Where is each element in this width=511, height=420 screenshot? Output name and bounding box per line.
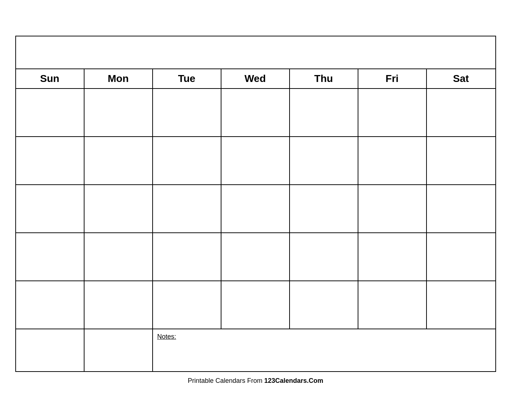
cell-r2-sat xyxy=(427,137,495,184)
cell-r4-thu xyxy=(290,233,358,280)
cell-r2-sun xyxy=(16,137,84,184)
cell-r5-wed xyxy=(221,281,290,329)
calendar-wrapper: Sun Mon Tue Wed Thu Fri Sat xyxy=(15,36,496,385)
cell-r3-mon xyxy=(84,185,153,232)
cell-notes-mon xyxy=(84,329,153,371)
cell-r1-mon xyxy=(84,89,153,136)
cell-r1-fri xyxy=(358,89,427,136)
calendar-row-4 xyxy=(16,233,495,281)
cell-r3-thu xyxy=(290,185,358,232)
calendar-row-2 xyxy=(16,137,495,185)
cell-r3-fri xyxy=(358,185,427,232)
calendar-header: Sun Mon Tue Wed Thu Fri Sat xyxy=(16,69,495,89)
calendar-row-1 xyxy=(16,89,495,137)
cell-r1-wed xyxy=(221,89,290,136)
cell-r5-sun xyxy=(16,281,84,329)
cell-r1-sun xyxy=(16,89,84,136)
cell-r1-tue xyxy=(153,89,221,136)
cell-r3-tue xyxy=(153,185,221,232)
cell-r1-thu xyxy=(290,89,358,136)
header-thu: Thu xyxy=(290,69,358,88)
cell-r5-fri xyxy=(358,281,427,329)
cell-r1-sat xyxy=(427,89,495,136)
cell-r4-wed xyxy=(221,233,290,280)
cell-r5-mon xyxy=(84,281,153,329)
cell-notes-sun xyxy=(16,329,84,371)
notes-row: Notes: xyxy=(16,329,495,371)
cell-r2-wed xyxy=(221,137,290,184)
header-wed: Wed xyxy=(221,69,290,88)
header-mon: Mon xyxy=(84,69,153,88)
cell-r5-thu xyxy=(290,281,358,329)
footer-text-normal: Printable Calendars From xyxy=(188,377,264,384)
cell-r4-mon xyxy=(84,233,153,280)
calendar-row-5 xyxy=(16,281,495,329)
cell-r3-wed xyxy=(221,185,290,232)
cell-r2-thu xyxy=(290,137,358,184)
header-fri: Fri xyxy=(358,69,427,88)
cell-r4-sun xyxy=(16,233,84,280)
cell-r2-tue xyxy=(153,137,221,184)
cell-r4-tue xyxy=(153,233,221,280)
cell-r3-sat xyxy=(427,185,495,232)
header-tue: Tue xyxy=(153,69,221,88)
header-sat: Sat xyxy=(427,69,495,88)
calendar-row-3 xyxy=(16,185,495,233)
notes-label: Notes: xyxy=(157,333,176,340)
calendar-container: Sun Mon Tue Wed Thu Fri Sat xyxy=(15,36,496,372)
header-sun: Sun xyxy=(16,69,84,88)
cell-r5-sat xyxy=(427,281,495,329)
notes-area: Notes: xyxy=(153,329,495,371)
cell-r4-fri xyxy=(358,233,427,280)
footer-text-bold: 123Calendars.Com xyxy=(264,377,323,384)
calendar-title-row xyxy=(16,36,495,69)
cell-r2-mon xyxy=(84,137,153,184)
calendar-body: Notes: xyxy=(16,89,495,371)
cell-r3-sun xyxy=(16,185,84,232)
cell-r5-tue xyxy=(153,281,221,329)
cell-r2-fri xyxy=(358,137,427,184)
cell-r4-sat xyxy=(427,233,495,280)
footer: Printable Calendars From 123Calendars.Co… xyxy=(15,377,496,385)
